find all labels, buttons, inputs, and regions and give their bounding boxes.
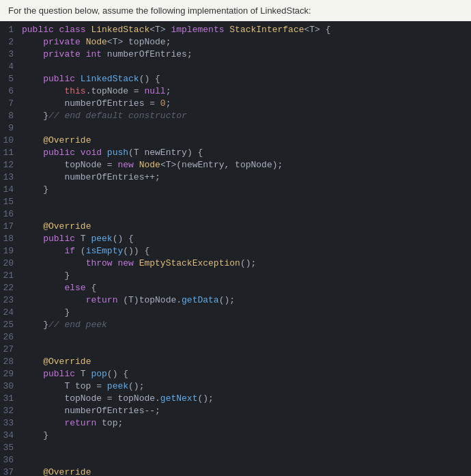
- line-number: 21: [0, 270, 22, 282]
- code-line: 29 public T pop() {: [0, 368, 471, 380]
- line-number: 16: [0, 208, 22, 221]
- code-line: 9: [0, 122, 471, 135]
- line-content: [22, 61, 27, 73]
- line-content: return (T)topNode.getData();: [22, 294, 235, 307]
- code-line: 8 }// end default constructor: [0, 110, 471, 122]
- code-line: 27: [0, 344, 471, 356]
- code-line: 35: [0, 442, 471, 454]
- line-number: 8: [0, 110, 22, 122]
- line-number: 7: [0, 98, 22, 110]
- line-number: 2: [0, 36, 22, 48]
- line-number: 27: [0, 344, 22, 356]
- line-content: topNode = topNode.getNext();: [22, 393, 214, 405]
- line-content: public class LinkedStack<T> implements S…: [22, 24, 331, 36]
- line-number: 1: [0, 24, 22, 36]
- line-number: 6: [0, 85, 22, 98]
- code-line: 4: [0, 61, 471, 73]
- line-content: [22, 331, 27, 344]
- line-content: public T pop() {: [22, 368, 128, 380]
- line-number: 11: [0, 147, 22, 159]
- line-content: @Override: [22, 221, 91, 233]
- line-content: private Node<T> topNode;: [22, 36, 171, 48]
- code-line: 5 public LinkedStack() {: [0, 73, 471, 85]
- line-number: 9: [0, 122, 22, 135]
- line-number: 31: [0, 393, 22, 405]
- line-content: public T peek() {: [22, 233, 134, 245]
- code-line: 23 return (T)topNode.getData();: [0, 294, 471, 307]
- line-content: }// end default constructor: [22, 110, 187, 122]
- line-content: numberOfEntries--;: [22, 405, 160, 417]
- line-number: 35: [0, 442, 22, 454]
- line-number: 36: [0, 454, 22, 466]
- line-content: [22, 208, 27, 221]
- line-number: 23: [0, 294, 22, 307]
- line-number: 28: [0, 356, 22, 368]
- line-content: [22, 344, 27, 356]
- line-content: public void push(T newEntry) {: [22, 147, 203, 159]
- line-content: topNode = new Node<T>(newEntry, topNode)…: [22, 159, 283, 171]
- code-line: 20 throw new EmptyStackException();: [0, 257, 471, 270]
- line-number: 15: [0, 196, 22, 208]
- line-content: private int numberOfEntries;: [22, 48, 192, 61]
- line-number: 12: [0, 159, 22, 171]
- code-line: 10 @Override: [0, 135, 471, 147]
- line-content: else {: [22, 282, 96, 294]
- line-content: }: [22, 430, 48, 442]
- code-line: 7 numberOfEntries = 0;: [0, 98, 471, 110]
- line-content: [22, 122, 27, 135]
- code-line: 36: [0, 454, 471, 466]
- line-content: [22, 442, 27, 454]
- line-content: numberOfEntries++;: [22, 171, 160, 184]
- code-line: 28 @Override: [0, 356, 471, 368]
- line-number: 30: [0, 380, 22, 393]
- code-line: 21 }: [0, 270, 471, 282]
- line-content: @Override: [22, 356, 91, 368]
- line-number: 24: [0, 307, 22, 319]
- line-number: 20: [0, 257, 22, 270]
- line-number: 5: [0, 73, 22, 85]
- line-content: public LinkedStack() {: [22, 73, 160, 85]
- line-content: T top = peek();: [22, 380, 144, 393]
- line-number: 13: [0, 171, 22, 184]
- line-content: numberOfEntries = 0;: [22, 98, 171, 110]
- code-line: 16: [0, 208, 471, 221]
- line-number: 25: [0, 319, 22, 331]
- code-line: 18 public T peek() {: [0, 233, 471, 245]
- line-content: return top;: [22, 417, 123, 430]
- code-line: 2 private Node<T> topNode;: [0, 36, 471, 48]
- header: For the question below, assume the follo…: [0, 0, 471, 21]
- line-content: throw new EmptyStackException();: [22, 257, 256, 270]
- line-number: 10: [0, 135, 22, 147]
- code-line: 31 topNode = topNode.getNext();: [0, 393, 471, 405]
- line-content: }// end peek: [22, 319, 107, 331]
- line-content: this.topNode = null;: [22, 85, 171, 98]
- line-number: 17: [0, 221, 22, 233]
- code-line: 37 @Override: [0, 466, 471, 476]
- line-content: }: [22, 307, 70, 319]
- code-line: 11 public void push(T newEntry) {: [0, 147, 471, 159]
- code-line: 19 if (isEmpty()) {: [0, 245, 471, 257]
- line-number: 22: [0, 282, 22, 294]
- code-container: 1public class LinkedStack<T> implements …: [0, 21, 471, 476]
- line-number: 32: [0, 405, 22, 417]
- code-line: 32 numberOfEntries--;: [0, 405, 471, 417]
- line-content: [22, 454, 27, 466]
- code-line: 25 }// end peek: [0, 319, 471, 331]
- line-content: if (isEmpty()) {: [22, 245, 149, 257]
- code-line: 26: [0, 331, 471, 344]
- code-line: 15: [0, 196, 471, 208]
- code-line: 12 topNode = new Node<T>(newEntry, topNo…: [0, 159, 471, 171]
- code-line: 22 else {: [0, 282, 471, 294]
- code-line: 24 }: [0, 307, 471, 319]
- line-number: 4: [0, 61, 22, 73]
- line-content: @Override: [22, 135, 91, 147]
- line-content: }: [22, 270, 70, 282]
- line-number: 14: [0, 184, 22, 196]
- line-content: }: [22, 184, 48, 196]
- line-content: [22, 196, 27, 208]
- code-line: 13 numberOfEntries++;: [0, 171, 471, 184]
- line-number: 19: [0, 245, 22, 257]
- header-text: For the question below, assume the follo…: [8, 5, 311, 16]
- line-number: 29: [0, 368, 22, 380]
- code-line: 17 @Override: [0, 221, 471, 233]
